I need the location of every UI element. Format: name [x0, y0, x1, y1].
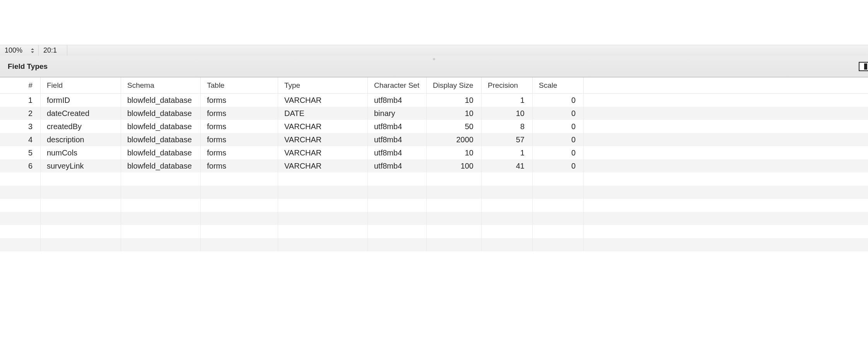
cell-display_size[interactable]: 2000	[426, 133, 481, 146]
cell-scale[interactable]: 0	[532, 94, 583, 107]
cell-schema[interactable]: blowfeld_database	[121, 107, 200, 120]
cell-character_set[interactable]: utf8mb4	[367, 94, 426, 107]
cell-type[interactable]: VARCHAR	[278, 146, 367, 159]
cell-type[interactable]: VARCHAR	[278, 120, 367, 133]
cell-table[interactable]: forms	[200, 107, 278, 120]
cell-empty	[121, 225, 200, 238]
cell-idx[interactable]: 3	[0, 120, 40, 133]
zoom-stepper[interactable]: 100%	[0, 45, 39, 56]
table-row-empty	[0, 238, 868, 251]
cell-display_size[interactable]: 10	[426, 146, 481, 159]
cell-precision[interactable]: 57	[481, 133, 532, 146]
cell-precision[interactable]: 10	[481, 107, 532, 120]
cell-precision[interactable]: 8	[481, 120, 532, 133]
cell-field[interactable]: description	[40, 133, 121, 146]
cell-tail	[583, 146, 868, 159]
cell-empty	[121, 172, 200, 186]
cell-type[interactable]: VARCHAR	[278, 133, 367, 146]
table-row[interactable]: 3createdByblowfeld_databaseformsVARCHARu…	[0, 120, 868, 133]
cell-schema[interactable]: blowfeld_database	[121, 133, 200, 146]
cell-empty	[278, 238, 367, 251]
cell-empty	[40, 238, 121, 251]
cell-field[interactable]: surveyLink	[40, 159, 121, 172]
cell-scale[interactable]: 0	[532, 146, 583, 159]
table-row[interactable]: 2dateCreatedblowfeld_databaseformsDATEbi…	[0, 107, 868, 120]
cell-field[interactable]: numCols	[40, 146, 121, 159]
table-row[interactable]: 6surveyLinkblowfeld_databaseformsVARCHAR…	[0, 159, 868, 172]
cell-table[interactable]: forms	[200, 133, 278, 146]
cell-tail	[583, 94, 868, 107]
cell-empty	[426, 225, 481, 238]
sidebar-toggle-icon[interactable]	[859, 62, 868, 71]
cell-display_size[interactable]: 50	[426, 120, 481, 133]
cell-empty	[278, 212, 367, 225]
cell-display_size[interactable]: 10	[426, 94, 481, 107]
cell-empty	[532, 238, 583, 251]
cell-character_set[interactable]: binary	[367, 107, 426, 120]
col-schema[interactable]: Schema	[121, 77, 200, 93]
cell-schema[interactable]: blowfeld_database	[121, 120, 200, 133]
cell-empty	[200, 172, 278, 186]
cell-empty	[0, 172, 40, 186]
cell-character_set[interactable]: utf8mb4	[367, 120, 426, 133]
cell-table[interactable]: forms	[200, 120, 278, 133]
cell-scale[interactable]: 0	[532, 159, 583, 172]
cell-character_set[interactable]: utf8mb4	[367, 159, 426, 172]
col-type[interactable]: Type	[278, 77, 367, 93]
cell-empty	[532, 199, 583, 212]
cell-type[interactable]: VARCHAR	[278, 159, 367, 172]
cell-empty	[367, 199, 426, 212]
cell-display_size[interactable]: 10	[426, 107, 481, 120]
col-table[interactable]: Table	[200, 77, 278, 93]
cell-scale[interactable]: 0	[532, 107, 583, 120]
blank-area	[0, 0, 868, 45]
field-types-table: # Field Schema Table Type Character Set …	[0, 77, 868, 251]
col-precision[interactable]: Precision	[481, 77, 532, 93]
cell-empty	[121, 199, 200, 212]
cell-empty	[121, 238, 200, 251]
drag-handle-icon[interactable]	[433, 58, 435, 60]
cell-empty	[367, 172, 426, 186]
cell-empty	[532, 172, 583, 186]
cell-precision[interactable]: 1	[481, 94, 532, 107]
cell-empty	[426, 186, 481, 199]
cell-idx[interactable]: 5	[0, 146, 40, 159]
col-scale[interactable]: Scale	[532, 77, 583, 93]
cell-empty	[481, 199, 532, 212]
col-field[interactable]: Field	[40, 77, 121, 93]
table-row[interactable]: 5numColsblowfeld_databaseformsVARCHARutf…	[0, 146, 868, 159]
table-row-empty	[0, 199, 868, 212]
table-row[interactable]: 1formIDblowfeld_databaseformsVARCHARutf8…	[0, 94, 868, 107]
cell-idx[interactable]: 6	[0, 159, 40, 172]
cell-field[interactable]: createdBy	[40, 120, 121, 133]
cell-idx[interactable]: 2	[0, 107, 40, 120]
cell-schema[interactable]: blowfeld_database	[121, 146, 200, 159]
cell-idx[interactable]: 4	[0, 133, 40, 146]
cell-empty	[426, 238, 481, 251]
cell-schema[interactable]: blowfeld_database	[121, 159, 200, 172]
cell-empty	[200, 225, 278, 238]
cell-character_set[interactable]: utf8mb4	[367, 133, 426, 146]
col-character-set[interactable]: Character Set	[367, 77, 426, 93]
cell-precision[interactable]: 41	[481, 159, 532, 172]
cell-type[interactable]: VARCHAR	[278, 94, 367, 107]
cell-precision[interactable]: 1	[481, 146, 532, 159]
cell-display_size[interactable]: 100	[426, 159, 481, 172]
cell-empty	[200, 212, 278, 225]
cell-type[interactable]: DATE	[278, 107, 367, 120]
cell-empty	[40, 172, 121, 186]
cell-field[interactable]: dateCreated	[40, 107, 121, 120]
cell-table[interactable]: forms	[200, 94, 278, 107]
col-display-size[interactable]: Display Size	[426, 77, 481, 93]
cell-idx[interactable]: 1	[0, 94, 40, 107]
cell-table[interactable]: forms	[200, 159, 278, 172]
col-index[interactable]: #	[0, 77, 40, 93]
cell-scale[interactable]: 0	[532, 120, 583, 133]
cell-table[interactable]: forms	[200, 146, 278, 159]
table-row[interactable]: 4descriptionblowfeld_databaseformsVARCHA…	[0, 133, 868, 146]
cell-field[interactable]: formID	[40, 94, 121, 107]
cell-scale[interactable]: 0	[532, 133, 583, 146]
panel-header[interactable]: Field Types	[0, 56, 868, 77]
cell-schema[interactable]: blowfeld_database	[121, 94, 200, 107]
cell-character_set[interactable]: utf8mb4	[367, 146, 426, 159]
